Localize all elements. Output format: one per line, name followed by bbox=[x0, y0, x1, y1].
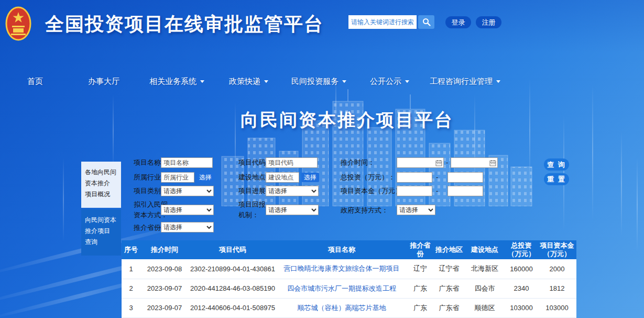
chevron-down-icon bbox=[496, 80, 500, 83]
project-name-input[interactable] bbox=[161, 157, 213, 168]
header-search-button[interactable] bbox=[418, 15, 434, 29]
nav-item-label: 首页 bbox=[27, 77, 43, 86]
cell-region: 广东省 bbox=[434, 298, 464, 317]
cell-investment: 2340 bbox=[505, 279, 538, 298]
col-header-index: 序号 bbox=[122, 240, 140, 259]
nav-item-label: 政策快递 bbox=[229, 77, 260, 86]
cell-promote-time: 2023-09-08 bbox=[140, 259, 189, 279]
search-icon bbox=[422, 18, 431, 26]
industry-input[interactable] bbox=[161, 172, 194, 183]
build-site-input[interactable] bbox=[266, 172, 299, 183]
national-emblem-icon bbox=[5, 6, 31, 44]
nav-item-private-investment[interactable]: 民间投资服务 bbox=[291, 77, 346, 87]
col-header-project-code: 项目代码 bbox=[189, 240, 277, 259]
cell-site: 四会市 bbox=[464, 279, 505, 298]
chevron-down-icon bbox=[200, 80, 204, 83]
chevron-down-icon bbox=[342, 80, 346, 83]
gov-support-select[interactable]: 请选择 bbox=[397, 205, 435, 215]
col-header-capital: 项目资本金 （万元） bbox=[538, 240, 576, 259]
page: 全国投资项目在线审批监管平台 登录 注册 首页 办事大厅 相关业务系统 政策快递… bbox=[0, 0, 644, 318]
cell-project-code: 2302-210899-04-01-430861 bbox=[189, 259, 277, 279]
filter-form: 项目名称： 项目代码： 推介时间： - 查 询 所属行业： 选择 建设地点： 选… bbox=[122, 155, 576, 239]
nav-item-public-notice[interactable]: 公开公示 bbox=[370, 77, 409, 87]
cell-site: 顺德区 bbox=[464, 298, 505, 317]
cell-province: 广东 bbox=[407, 279, 434, 298]
total-investment-min-input[interactable] bbox=[397, 172, 432, 183]
range-dash: - bbox=[446, 157, 448, 168]
nav-item-label: 民间投资服务 bbox=[291, 77, 339, 86]
col-header-province: 推介省份 bbox=[407, 240, 434, 259]
cell-promote-time: 2023-09-07 bbox=[140, 279, 189, 298]
nav-item-label: 相关业务系统 bbox=[149, 77, 197, 86]
table-header-row: 序号 推介时间 项目代码 项目名称 推介省份 推介地区 建设地点 总投资 （万元… bbox=[122, 240, 576, 259]
register-button[interactable]: 注册 bbox=[476, 16, 501, 28]
cell-investment: 103000 bbox=[505, 298, 538, 317]
nav-item-home[interactable]: 首页 bbox=[27, 77, 43, 87]
chevron-down-icon bbox=[405, 80, 409, 83]
login-button[interactable]: 登录 bbox=[445, 16, 471, 28]
cell-province: 辽宁 bbox=[407, 259, 434, 279]
sidebar-item-overview[interactable]: 各地向民间 资本推介 项目概况 bbox=[81, 162, 121, 208]
sidebar-item-query[interactable]: 向民间资本 推介项目 查询 bbox=[81, 209, 121, 256]
main-nav: 首页 办事大厅 相关业务系统 政策快递 民间投资服务 公开公示 工程咨询行业管理 bbox=[0, 77, 644, 87]
return-mechanism-select[interactable]: 请选择 bbox=[266, 205, 319, 215]
cell-project-name: 四会市城市污水厂一期提标改造工程 bbox=[277, 279, 407, 298]
project-link[interactable]: 营口晚晴北海康养文旅综合体一期项目 bbox=[284, 264, 400, 272]
site-title: 全国投资项目在线审批监管平台 bbox=[45, 12, 324, 37]
reset-button[interactable]: 重 置 bbox=[544, 173, 569, 185]
nav-item-service-hall[interactable]: 办事大厅 bbox=[88, 77, 119, 87]
query-button[interactable]: 查 询 bbox=[544, 158, 569, 171]
cell-region: 广东省 bbox=[434, 279, 464, 298]
project-capital-min-input[interactable] bbox=[397, 186, 432, 196]
province-select[interactable]: 请选择 bbox=[161, 222, 214, 232]
cell-investment: 160000 bbox=[505, 259, 538, 279]
progress-select[interactable]: 请选择 bbox=[266, 186, 319, 196]
col-header-investment: 总投资 （万元） bbox=[505, 240, 538, 259]
cell-index: 1 bbox=[122, 259, 140, 279]
cell-capital: 103000 bbox=[538, 298, 576, 317]
cell-promote-time: 2023-09-07 bbox=[140, 298, 189, 317]
col-header-region: 推介地区 bbox=[434, 240, 464, 259]
cell-project-code: 2020-441284-46-03-085190 bbox=[189, 279, 277, 298]
project-link[interactable]: 顺芯城（容桂）高端芯片基地 bbox=[298, 304, 386, 312]
project-code-input[interactable] bbox=[266, 157, 318, 168]
header-search-input[interactable] bbox=[348, 15, 417, 29]
range-dash: - bbox=[436, 172, 438, 183]
category-select[interactable]: 请选择 bbox=[161, 186, 214, 196]
cell-index: 3 bbox=[122, 298, 140, 317]
cell-index: 2 bbox=[122, 279, 140, 298]
project-link[interactable]: 四会市城市污水厂一期提标改造工程 bbox=[287, 284, 396, 292]
nav-item-consulting-management[interactable]: 工程咨询行业管理 bbox=[430, 77, 500, 87]
cell-site: 北海新区 bbox=[464, 259, 505, 279]
cell-project-code: 2012-440606-04-01-508975 bbox=[189, 298, 277, 317]
private-mode-select[interactable]: 请选择 bbox=[161, 205, 214, 215]
table-row: 2 2023-09-07 2020-441284-46-03-085190 四会… bbox=[122, 279, 576, 298]
build-site-select-button[interactable]: 选择 bbox=[301, 173, 319, 182]
banner-title: 向民间资本推介项目平台 bbox=[241, 108, 454, 132]
col-header-project-name: 项目名称 bbox=[277, 240, 407, 259]
calendar-icon[interactable] bbox=[435, 160, 442, 166]
light-ray bbox=[113, 94, 114, 168]
nav-item-label: 工程咨询行业管理 bbox=[430, 77, 493, 86]
light-ray bbox=[637, 157, 638, 252]
col-header-site: 建设地点 bbox=[464, 240, 505, 259]
col-header-promote-time: 推介时间 bbox=[140, 240, 189, 259]
gov-support-label: 政府支持方式： bbox=[341, 205, 388, 216]
total-investment-max-input[interactable] bbox=[447, 172, 483, 183]
nav-item-policy-express[interactable]: 政策快递 bbox=[229, 77, 268, 87]
industry-select-button[interactable]: 选择 bbox=[197, 173, 214, 182]
cell-project-name: 顺芯城（容桂）高端芯片基地 bbox=[277, 298, 407, 317]
light-ray bbox=[621, 131, 622, 236]
nav-item-label: 公开公示 bbox=[370, 77, 401, 86]
light-ray bbox=[592, 84, 593, 220]
cell-project-name: 营口晚晴北海康养文旅综合体一期项目 bbox=[277, 259, 407, 279]
cell-region: 辽宁省 bbox=[434, 259, 464, 279]
project-capital-max-input[interactable] bbox=[447, 186, 483, 196]
cell-capital: 1812 bbox=[538, 279, 576, 298]
nav-item-label: 办事大厅 bbox=[88, 77, 119, 86]
table-row: 1 2023-09-08 2302-210899-04-01-430861 营口… bbox=[122, 259, 576, 279]
calendar-icon[interactable] bbox=[489, 160, 496, 166]
nav-item-related-systems[interactable]: 相关业务系统 bbox=[149, 77, 204, 87]
chevron-down-icon bbox=[264, 80, 268, 83]
cell-capital: 2000 bbox=[538, 259, 576, 279]
